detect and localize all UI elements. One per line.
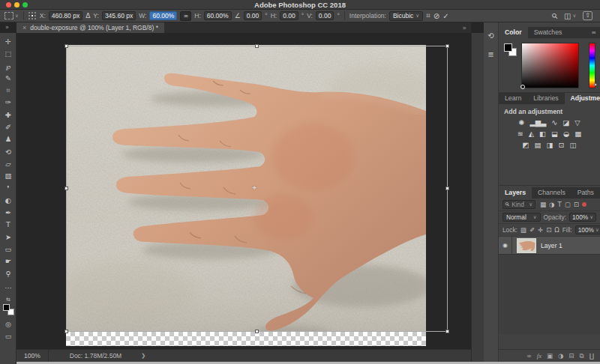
gradient-map-icon[interactable]: ◫ xyxy=(569,141,576,149)
zoom-tool-icon[interactable]: ⚲ xyxy=(0,268,16,280)
tab-libraries[interactable]: Libraries xyxy=(527,93,564,104)
transform-handle-bottom-left[interactable] xyxy=(64,330,68,333)
saturation-brightness-picker[interactable] xyxy=(521,43,579,88)
foreground-color-swatch[interactable] xyxy=(3,304,10,311)
channel-mixer-icon[interactable]: ◒ xyxy=(563,130,569,138)
lock-artboard-icon[interactable]: ⊡ xyxy=(546,226,551,234)
history-panel-icon[interactable]: ⟲ xyxy=(488,31,494,40)
path-selection-tool-icon[interactable]: ➤ xyxy=(0,231,16,243)
properties-panel-icon[interactable]: ≣ xyxy=(488,50,494,58)
lock-transparency-icon[interactable]: ▨ xyxy=(520,226,526,234)
transform-bounding-box[interactable]: ⌖ xyxy=(66,46,448,332)
vibrance-icon[interactable]: ▽ xyxy=(574,118,580,127)
transform-handle-bottom-right[interactable] xyxy=(446,330,449,333)
tab-layers[interactable]: Layers xyxy=(499,187,532,198)
close-tab-icon[interactable]: × xyxy=(22,24,26,31)
move-tool-icon[interactable]: ✛ xyxy=(0,36,16,48)
filter-shape-layers-icon[interactable]: ▢ xyxy=(565,201,571,208)
filter-smart-objects-icon[interactable]: ⊡ xyxy=(574,201,579,208)
height-scale-field[interactable]: 60.00% xyxy=(204,11,232,20)
type-tool-icon[interactable]: T xyxy=(0,219,16,231)
quick-selection-tool-icon[interactable]: ✎ xyxy=(0,73,16,85)
history-brush-tool-icon[interactable]: ⟲ xyxy=(0,146,16,158)
transform-center-point[interactable]: ⌖ xyxy=(253,183,257,192)
posterize-icon[interactable]: ▤ xyxy=(535,141,542,149)
tab-swatches[interactable]: Swatches xyxy=(528,27,568,38)
search-icon[interactable]: ⚲ xyxy=(550,11,560,21)
layer-effects-icon[interactable]: fx xyxy=(537,352,542,360)
clone-stamp-tool-icon[interactable]: ♟ xyxy=(0,133,16,145)
status-chevron-icon[interactable]: ❯ xyxy=(141,353,146,359)
v-skew-field[interactable]: 0.00 xyxy=(316,11,334,20)
filter-adjustment-layers-icon[interactable]: ◑ xyxy=(549,201,554,208)
photo-filter-icon[interactable]: ⬓ xyxy=(551,130,558,138)
layer-filter-kind-dropdown[interactable]: ⚲ Kind ∨ xyxy=(502,200,536,209)
selective-color-icon[interactable]: ⊡ xyxy=(559,141,565,149)
layer-visibility-eye-icon[interactable]: ◉ xyxy=(499,237,512,254)
transform-handle-middle-left[interactable] xyxy=(64,186,68,190)
layer-name[interactable]: Layer 1 xyxy=(541,242,562,249)
opacity-field[interactable]: 100% ∨ xyxy=(569,213,596,222)
lasso-tool-icon[interactable]: ℘ xyxy=(0,61,16,73)
exposure-icon[interactable]: ◪ xyxy=(562,118,569,127)
color-picker-cursor[interactable] xyxy=(520,85,525,89)
color-balance-icon[interactable]: ◭ xyxy=(529,130,534,138)
hue-saturation-icon[interactable]: ≋ xyxy=(518,130,524,138)
tab-paths[interactable]: Paths xyxy=(572,187,600,198)
interpolation-dropdown[interactable]: Bicubic ∨ xyxy=(389,11,423,21)
hand-tool-icon[interactable]: ☛ xyxy=(0,255,16,267)
edit-toolbar-icon[interactable]: … xyxy=(0,280,16,292)
foreground-color-swatch[interactable] xyxy=(504,43,512,52)
eyedropper-tool-icon[interactable]: ✑ xyxy=(0,97,16,109)
lock-all-icon[interactable]: Ω xyxy=(554,226,560,234)
transform-handle-top-right[interactable] xyxy=(446,44,449,48)
toolbar-overflow-icon[interactable]: » xyxy=(5,24,9,31)
quick-mask-button[interactable]: ◎ xyxy=(5,321,11,328)
x-position-field[interactable]: 460.80 px xyxy=(49,11,82,20)
tab-learn[interactable]: Learn xyxy=(499,93,527,104)
healing-brush-tool-icon[interactable]: ✚ xyxy=(0,109,16,121)
dodge-tool-icon[interactable]: ◐ xyxy=(0,195,16,207)
curves-icon[interactable]: ∿ xyxy=(551,118,557,127)
layer-row-selected[interactable]: ◉ Layer 1 xyxy=(499,237,600,255)
tab-overflow-icon[interactable]: » xyxy=(462,24,466,31)
share-image-icon[interactable]: ⇧ xyxy=(583,11,592,20)
h-skew-field[interactable]: 0.00 xyxy=(280,11,298,20)
invert-icon[interactable]: ◩ xyxy=(523,141,530,149)
new-adjustment-layer-icon[interactable]: ◑ xyxy=(558,352,563,360)
shape-tool-icon[interactable]: ▭ xyxy=(0,243,16,255)
commit-transform-button[interactable]: ✓ xyxy=(442,12,448,20)
levels-icon[interactable]: ▂▆▃ xyxy=(530,118,546,127)
rotation-field[interactable]: 0.00 xyxy=(244,11,262,20)
relative-position-icon[interactable]: Δ xyxy=(86,12,90,19)
eraser-tool-icon[interactable]: ▱ xyxy=(0,158,16,170)
color-panel-swatches[interactable] xyxy=(504,43,517,56)
threshold-icon[interactable]: ◨ xyxy=(547,141,554,149)
tab-channels[interactable]: Channels xyxy=(532,187,572,198)
pen-tool-icon[interactable]: ✒ xyxy=(0,207,16,219)
swap-colors-icon[interactable]: ⇆ xyxy=(0,297,16,303)
transform-handle-top-middle[interactable] xyxy=(255,44,259,48)
canvas-area[interactable]: ⌖ xyxy=(16,33,471,349)
add-layer-mask-icon[interactable]: ▣ xyxy=(547,352,553,360)
blur-tool-icon[interactable]: ❜ xyxy=(0,183,16,195)
layer-thumbnail[interactable] xyxy=(517,238,536,253)
link-layers-icon[interactable]: ∞ xyxy=(526,352,532,360)
document-tab[interactable]: × double-exposure @ 100% (Layer 1, RGB/8… xyxy=(16,22,164,33)
reference-point-locator[interactable] xyxy=(28,12,37,20)
cancel-transform-button[interactable]: ⊘ xyxy=(434,12,440,20)
zoom-level-field[interactable]: 100% xyxy=(16,350,49,362)
lock-position-icon[interactable]: ✛ xyxy=(538,226,543,234)
maintain-aspect-ratio-button[interactable]: ∞ xyxy=(180,11,191,21)
foreground-background-swatches[interactable] xyxy=(3,304,14,315)
panel-menu-icon[interactable]: ≡ xyxy=(591,29,600,36)
hue-slider-cursor[interactable] xyxy=(594,83,597,86)
color-lookup-icon[interactable]: ▦ xyxy=(574,130,581,138)
warp-mode-icon[interactable]: ⌗ xyxy=(426,11,430,20)
workspace-switcher-icon[interactable]: ◫ xyxy=(564,12,571,20)
lock-paint-icon[interactable]: ✐ xyxy=(530,226,535,234)
current-tool-icon[interactable]: ∨ xyxy=(4,12,19,19)
layer-filter-toggle[interactable] xyxy=(582,202,586,207)
brush-tool-icon[interactable]: ✐ xyxy=(0,121,16,133)
tab-color[interactable]: Color xyxy=(499,27,528,38)
